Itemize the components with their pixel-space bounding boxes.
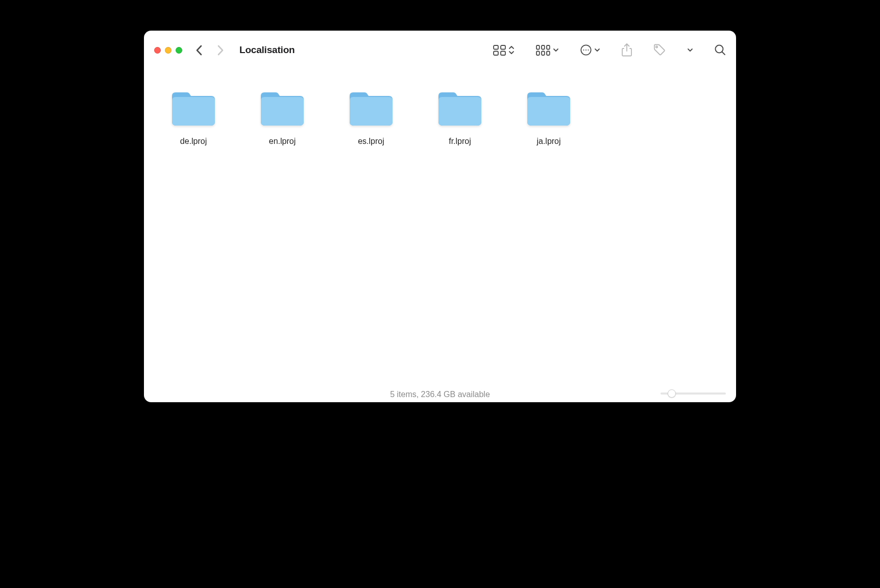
folder-item[interactable]: es.lproj: [327, 85, 415, 155]
svg-rect-3: [501, 51, 505, 55]
folder-label: ja.lproj: [536, 137, 560, 146]
tag-icon: [653, 44, 666, 56]
back-button[interactable]: [195, 45, 202, 56]
action-button[interactable]: [580, 44, 600, 56]
chevron-down-icon: [594, 48, 600, 52]
folder-item[interactable]: de.lproj: [149, 85, 238, 155]
svg-point-11: [583, 50, 584, 51]
close-button[interactable]: [154, 47, 161, 54]
svg-rect-4: [536, 45, 540, 50]
overflow-button[interactable]: [687, 48, 693, 52]
svg-point-12: [585, 50, 586, 51]
folder-item[interactable]: en.lproj: [238, 85, 327, 155]
group-icon: [536, 45, 550, 56]
toolbar: Localisation: [144, 31, 736, 69]
search-icon: [715, 44, 726, 56]
status-text: 5 items, 236.4 GB available: [390, 390, 490, 399]
status-bar: 5 items, 236.4 GB available: [144, 387, 736, 402]
tag-button[interactable]: [653, 44, 666, 56]
forward-button[interactable]: [217, 45, 224, 56]
folder-item[interactable]: fr.lproj: [415, 85, 504, 155]
svg-rect-9: [547, 51, 550, 55]
svg-rect-2: [494, 51, 498, 55]
maximize-button[interactable]: [176, 47, 182, 54]
folder-label: fr.lproj: [449, 137, 471, 146]
folder-label: es.lproj: [358, 137, 384, 146]
svg-point-13: [588, 50, 589, 51]
ellipsis-circle-icon: [580, 44, 592, 56]
share-button[interactable]: [622, 43, 632, 57]
folder-icon: [437, 90, 483, 129]
svg-point-14: [656, 46, 657, 47]
minimize-button[interactable]: [165, 47, 172, 54]
search-button[interactable]: [715, 44, 726, 56]
folder-item[interactable]: ja.lproj: [504, 85, 593, 155]
folder-icon: [526, 90, 572, 129]
chevron-down-icon: [687, 48, 693, 52]
icon-size-slider[interactable]: [661, 388, 726, 399]
svg-rect-1: [501, 45, 505, 50]
toolbar-actions: [493, 43, 726, 57]
svg-rect-8: [542, 51, 545, 55]
grid-icon: [493, 45, 506, 56]
folder-icon: [259, 90, 305, 129]
svg-rect-7: [536, 51, 540, 55]
navigation: [195, 45, 224, 56]
content-area[interactable]: de.lproj en.lproj es.lpr: [144, 69, 736, 387]
up-down-chevron-icon: [508, 45, 515, 55]
folder-icon: [348, 90, 394, 129]
svg-rect-6: [547, 45, 550, 50]
icon-grid: de.lproj en.lproj es.lpr: [149, 85, 731, 155]
svg-rect-0: [494, 45, 498, 50]
slider-thumb[interactable]: [668, 389, 676, 398]
folder-icon: [170, 90, 216, 129]
window-controls: [154, 47, 182, 54]
group-button[interactable]: [536, 45, 559, 56]
chevron-down-icon: [553, 48, 559, 52]
folder-label: en.lproj: [269, 137, 296, 146]
window-title: Localisation: [239, 44, 295, 56]
share-icon: [622, 43, 632, 57]
slider-track: [661, 393, 726, 395]
svg-rect-5: [542, 45, 545, 50]
view-mode-button[interactable]: [493, 45, 515, 56]
folder-label: de.lproj: [180, 137, 207, 146]
finder-window: Localisation: [144, 31, 736, 402]
